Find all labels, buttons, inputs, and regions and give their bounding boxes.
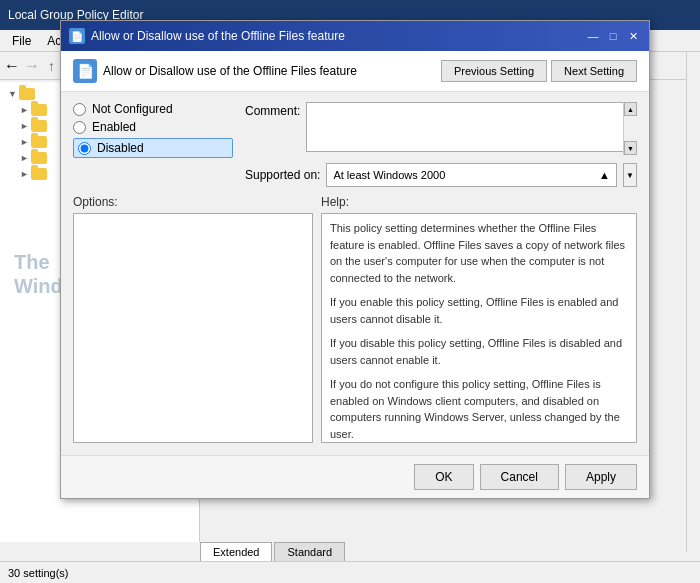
help-label: Help: bbox=[321, 195, 637, 209]
tab-extended[interactable]: Extended bbox=[200, 542, 272, 561]
close-button[interactable]: ✕ bbox=[625, 28, 641, 44]
supported-scrollbar-stub: ▼ bbox=[623, 163, 637, 187]
supported-dropdown[interactable]: At least Windows 2000 ▲ bbox=[326, 163, 617, 187]
dialog-title-icon: 📄 bbox=[69, 28, 85, 44]
help-column: Help: This policy setting determines whe… bbox=[321, 195, 637, 443]
menu-file[interactable]: File bbox=[4, 32, 39, 50]
tab-bar: Extended Standard bbox=[200, 542, 347, 561]
cancel-button[interactable]: Cancel bbox=[480, 464, 559, 490]
up-button[interactable]: ↑ bbox=[48, 58, 55, 74]
dialog-title-text: Allow or Disallow use of the Offline Fil… bbox=[91, 29, 345, 43]
dialog-header-text: Allow or Disallow use of the Offline Fil… bbox=[103, 64, 357, 78]
ok-button[interactable]: OK bbox=[414, 464, 473, 490]
dialog-header: 📄 Allow or Disallow use of the Offline F… bbox=[61, 51, 649, 92]
comment-label: Comment: bbox=[245, 104, 300, 118]
scroll-thumb-area bbox=[624, 116, 637, 141]
radio-enabled[interactable]: Enabled bbox=[73, 120, 233, 134]
radio-group: Not Configured Enabled Disabled bbox=[73, 102, 233, 187]
comment-section: Comment: ▲ ▼ bbox=[245, 102, 637, 155]
dialog-top-section: Not Configured Enabled Disabled Comment:… bbox=[61, 92, 649, 195]
minimize-button[interactable]: — bbox=[585, 28, 601, 44]
dialog-nav-buttons: Previous Setting Next Setting bbox=[441, 60, 637, 82]
comment-scrollbar: ▲ ▼ bbox=[623, 102, 637, 155]
radio-not-configured[interactable]: Not Configured bbox=[73, 102, 233, 116]
dialog-title-bar: 📄 Allow or Disallow use of the Offline F… bbox=[61, 21, 649, 51]
tab-standard[interactable]: Standard bbox=[274, 542, 345, 561]
help-para-3: If you disable this policy setting, Offl… bbox=[330, 335, 628, 368]
supported-label: Supported on: bbox=[245, 168, 320, 182]
next-setting-button[interactable]: Next Setting bbox=[551, 60, 637, 82]
supported-section: Supported on: At least Windows 2000 ▲ ▼ bbox=[245, 163, 637, 187]
dialog-window-controls: — □ ✕ bbox=[585, 28, 641, 44]
apply-button[interactable]: Apply bbox=[565, 464, 637, 490]
forward-button[interactable]: → bbox=[24, 57, 40, 75]
help-para-1: This policy setting determines whether t… bbox=[330, 220, 628, 286]
status-bar: 30 setting(s) bbox=[0, 561, 700, 583]
radio-not-configured-label: Not Configured bbox=[92, 102, 173, 116]
comment-container: ▲ ▼ bbox=[306, 102, 637, 155]
help-para-2: If you enable this policy setting, Offli… bbox=[330, 294, 628, 327]
dialog-title-left: 📄 Allow or Disallow use of the Offline F… bbox=[69, 28, 345, 44]
policy-dialog: 📄 Allow or Disallow use of the Offline F… bbox=[60, 20, 650, 499]
comment-textarea[interactable] bbox=[306, 102, 637, 152]
policy-icon: 📄 bbox=[73, 59, 97, 83]
radio-enabled-label: Enabled bbox=[92, 120, 136, 134]
maximize-button[interactable]: □ bbox=[605, 28, 621, 44]
status-text: 30 setting(s) bbox=[8, 567, 69, 579]
radio-disabled-label: Disabled bbox=[97, 141, 144, 155]
supported-value: At least Windows 2000 bbox=[333, 169, 445, 181]
right-scrollbar bbox=[686, 52, 700, 552]
dropdown-arrow-icon: ▲ bbox=[599, 169, 610, 181]
scroll-up-arrow[interactable]: ▲ bbox=[624, 102, 637, 116]
dialog-header-title: 📄 Allow or Disallow use of the Offline F… bbox=[73, 59, 357, 83]
back-button[interactable]: ← bbox=[4, 57, 20, 75]
scroll-down-arrow[interactable]: ▼ bbox=[624, 141, 637, 155]
radio-disabled[interactable]: Disabled bbox=[73, 138, 233, 158]
options-column: Options: bbox=[73, 195, 313, 443]
previous-setting-button[interactable]: Previous Setting bbox=[441, 60, 547, 82]
dialog-footer: OK Cancel Apply bbox=[61, 455, 649, 498]
options-box bbox=[73, 213, 313, 443]
options-label: Options: bbox=[73, 195, 313, 209]
dialog-two-col: Options: Help: This policy setting deter… bbox=[61, 195, 649, 455]
help-box: This policy setting determines whether t… bbox=[321, 213, 637, 443]
right-column: Comment: ▲ ▼ Supported on: At least Wind… bbox=[245, 102, 637, 187]
help-para-4: If you do not configure this policy sett… bbox=[330, 376, 628, 442]
